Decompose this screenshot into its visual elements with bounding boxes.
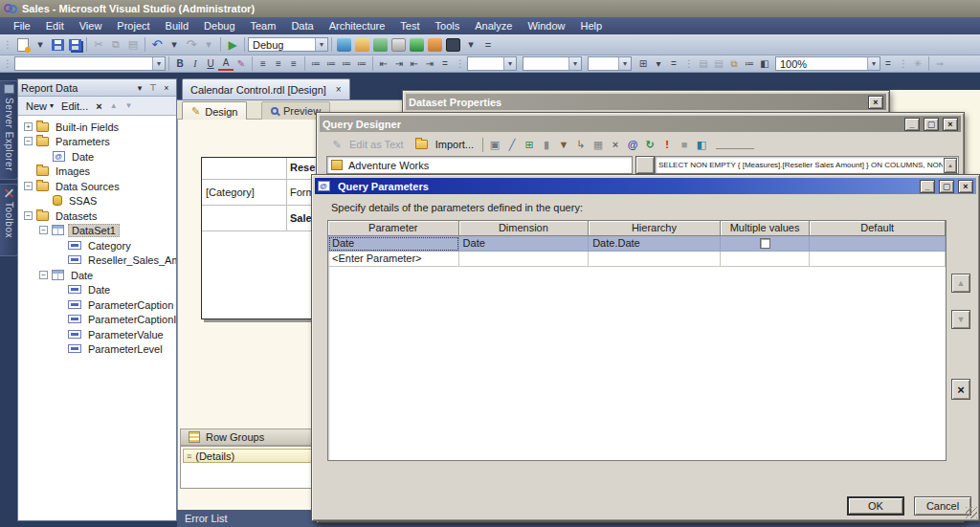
new-dropdown[interactable]: ▾	[32, 36, 49, 53]
move-up-icon[interactable]: ▲	[106, 99, 122, 114]
increase-indent-button[interactable]: ⇥	[391, 56, 407, 71]
tree-item-datasets[interactable]: −Datasets	[24, 209, 100, 223]
cancel-query-icon[interactable]: !	[658, 137, 676, 152]
zoom-overflow[interactable]: =	[880, 56, 896, 71]
tree-item-parametercaptionindented[interactable]: ParameterCaptionInden	[68, 312, 176, 326]
command-window-icon[interactable]	[446, 38, 460, 52]
paste-icon[interactable]: ▤	[124, 36, 142, 53]
show-empty-cells-icon[interactable]: ▮	[538, 137, 555, 152]
highlight-color-button[interactable]: ✎	[234, 56, 249, 71]
properties-window-icon[interactable]	[373, 38, 388, 52]
borders-dropdown[interactable]: ▾	[651, 56, 666, 71]
picture-icon[interactable]	[428, 38, 442, 52]
ok-button[interactable]: OK	[847, 496, 904, 516]
query-parameters-maximize-icon[interactable]: ▢	[939, 180, 954, 193]
cube-browse-button[interactable]	[635, 156, 655, 174]
find-in-files-icon[interactable]	[337, 38, 351, 52]
analyze-icon[interactable]: ✳	[910, 56, 925, 71]
resize-grip[interactable]	[966, 507, 977, 518]
menu-build[interactable]: Build	[158, 17, 196, 34]
dataset-properties-titlebar[interactable]: Dataset Properties ×	[406, 94, 886, 110]
report-overflow[interactable]: =	[666, 56, 681, 71]
align-center-button[interactable]: ≡	[271, 56, 286, 71]
query-designer-maximize-icon[interactable]: ▢	[924, 118, 939, 131]
start-debugging-button[interactable]: ▶	[224, 36, 241, 53]
window-titlebar[interactable]: Sales - Microsoft Visual Studio (Adminis…	[0, 0, 980, 17]
panel-close-icon[interactable]: ×	[160, 81, 173, 94]
col-header-multiple-values[interactable]: Multiple values	[721, 221, 811, 236]
tree-item-reseller-sales-amount[interactable]: Reseller_Sales_Amount	[68, 253, 176, 267]
list-level-down-button[interactable]: ≔	[354, 56, 369, 71]
query-designer-minimize-icon[interactable]: _	[904, 118, 920, 131]
query-parameters-close-icon[interactable]: ×	[958, 180, 973, 193]
refresh-icon[interactable]: ↻	[641, 137, 658, 152]
bold-button[interactable]: B	[172, 56, 188, 71]
menu-team[interactable]: Team	[243, 17, 284, 34]
tab-toolbox[interactable]: Toolbox	[0, 184, 18, 256]
tree-item-parameterlevel[interactable]: ParameterLevel	[68, 341, 166, 356]
italic-button[interactable]: I	[188, 56, 203, 71]
edit-as-text-button[interactable]: ✎ Edit as Text	[323, 136, 410, 153]
save-all-button[interactable]	[66, 36, 83, 53]
redo-button[interactable]: ↷	[183, 36, 200, 53]
tree-item-date-parameter[interactable]: Date	[53, 149, 97, 164]
font-name-combo[interactable]: ▾	[14, 56, 166, 71]
toolbar-overflow[interactable]: =	[479, 36, 497, 53]
align-left-button[interactable]: ≡	[256, 56, 271, 71]
pick-tool-icon[interactable]: ╱	[503, 137, 521, 152]
save-button[interactable]	[49, 36, 66, 53]
redo-dropdown[interactable]: ▾	[200, 36, 217, 53]
cube-grid-icon[interactable]: ▦	[590, 137, 607, 152]
stop-icon[interactable]: ■	[676, 137, 693, 152]
edit-button[interactable]: Edit...	[57, 99, 92, 114]
query-parameters-titlebar[interactable]: Query Parameters _ ▢ ×	[315, 178, 976, 194]
tab-server-explorer[interactable]: Server Explorer	[0, 80, 18, 180]
layout-combo-2[interactable]: ▾	[523, 56, 582, 71]
copy-icon[interactable]: ⧉	[107, 36, 124, 53]
indent-right-button[interactable]: ⇥	[422, 56, 437, 71]
parameter-row-new[interactable]: <Enter Parameter>	[328, 252, 946, 267]
solution-configurations-combo[interactable]: Debug▾	[248, 37, 328, 52]
panel-pin-icon[interactable]: ⊤	[146, 81, 160, 94]
tree-item-parametercaption[interactable]: ParameterCaption	[68, 297, 176, 312]
toolbar-grip[interactable]: ⋮	[0, 39, 14, 50]
undo-button[interactable]: ↶	[148, 36, 166, 53]
query-parameters-icon[interactable]: @	[624, 137, 641, 152]
bullet-list-button[interactable]: ≔	[323, 56, 339, 71]
dataset-properties-close-icon[interactable]: ×	[868, 96, 883, 109]
undo-dropdown[interactable]: ▾	[166, 36, 183, 53]
formatting-overflow[interactable]: =	[437, 56, 453, 71]
mdx-scroll-up-icon[interactable]: ▲	[944, 158, 957, 173]
new-project-button[interactable]	[14, 36, 32, 53]
menu-analyze[interactable]: Analyze	[467, 17, 520, 34]
panel-menu-dropdown-icon[interactable]: ▾	[133, 81, 146, 94]
tablix-category-cell[interactable]: [Category]	[206, 187, 284, 198]
new-button[interactable]: New ▾	[22, 99, 57, 114]
open-folder-icon[interactable]: ⧉	[726, 56, 742, 71]
delete-icon[interactable]: ×	[607, 137, 624, 152]
solution-explorer-icon[interactable]	[355, 38, 369, 52]
autoexecute-icon[interactable]: ↳	[572, 137, 590, 152]
move-parameter-up-button[interactable]: ▲	[951, 274, 970, 293]
add-calculated-member-icon[interactable]: ⊞	[521, 137, 538, 152]
tree-item-category[interactable]: Category	[68, 238, 134, 253]
font-color-button[interactable]: A	[218, 56, 234, 71]
query-designer-close-icon[interactable]: ×	[943, 118, 958, 131]
layout-combo-3[interactable]: ▾	[588, 56, 632, 71]
query-parameters-minimize-icon[interactable]: _	[920, 180, 935, 193]
cut-icon[interactable]: ✂	[90, 36, 107, 53]
menu-architecture[interactable]: Architecture	[322, 17, 393, 34]
layout-combo-1[interactable]: ▾	[467, 56, 517, 71]
menu-file[interactable]: File	[6, 17, 38, 34]
command-window-dropdown[interactable]: ▾	[462, 36, 479, 53]
col-header-hierarchy[interactable]: Hierarchy	[589, 221, 721, 236]
import-button[interactable]: Import...	[410, 136, 479, 153]
menu-edit[interactable]: Edit	[38, 17, 72, 34]
filter-icon[interactable]: ▼	[555, 137, 572, 152]
menu-debug[interactable]: Debug	[196, 17, 242, 34]
move-down-icon[interactable]: ▼	[122, 99, 137, 114]
document-tab-close-icon[interactable]: ×	[336, 84, 342, 95]
delete-parameter-button[interactable]: ×	[951, 379, 970, 400]
menu-view[interactable]: View	[72, 17, 110, 34]
tab-design[interactable]: ✎ Design	[182, 101, 247, 121]
